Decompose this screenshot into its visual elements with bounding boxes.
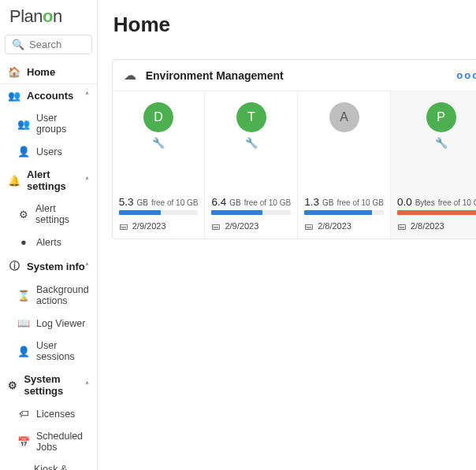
env-avatar: T xyxy=(236,102,266,132)
usage-unit: Bytes xyxy=(415,198,435,207)
nav-item[interactable]: 👥User groups xyxy=(0,107,97,140)
nav-home[interactable]: 🏠 Home xyxy=(0,61,97,84)
env-avatar: A xyxy=(329,102,359,132)
section-icon: 🔔 xyxy=(8,175,20,187)
env-date: 2/9/2023 xyxy=(225,221,258,231)
env-panel-title: Environment Management xyxy=(146,69,284,82)
nav-section-header[interactable]: ⓘSystem info˄ xyxy=(0,254,97,279)
nav-section-header[interactable]: 🔔Alert settings˄ xyxy=(0,163,97,198)
nav-item-icon: 👤 xyxy=(17,346,30,357)
chevron-up-icon: ˄ xyxy=(85,176,89,185)
usage-value: 6.4 xyxy=(211,196,226,208)
section-icon: ⓘ xyxy=(8,259,20,273)
nav-item[interactable]: ⌛Background actions xyxy=(0,279,97,312)
date-row: 🖴2/8/2023 xyxy=(397,221,476,231)
section-icon: 👥 xyxy=(8,90,20,102)
brand-logo: Planon xyxy=(0,0,97,31)
nav-item[interactable]: ●Alerts xyxy=(0,231,97,254)
nav-item-label: Scheduled Jobs xyxy=(36,431,89,453)
nav-item[interactable]: ⚙Alert settings xyxy=(0,198,97,231)
home-icon: 🏠 xyxy=(8,66,20,78)
disk-icon: 🖴 xyxy=(211,221,220,231)
env-card[interactable]: P🔧0.0Bytesfree of 10 GB🖴2/8/2023 xyxy=(391,91,476,239)
nav-home-label: Home xyxy=(27,66,55,78)
nav-item-label: Alert settings xyxy=(35,203,89,225)
disk-icon: 🖴 xyxy=(397,221,406,231)
date-row: 🖴2/8/2023 xyxy=(304,221,384,231)
env-panel-header: ☁ Environment Management ooo xyxy=(113,60,476,91)
search-input[interactable] xyxy=(29,39,85,50)
usage-unit: GB xyxy=(137,198,148,207)
env-date: 2/8/2023 xyxy=(318,221,351,231)
nav-item[interactable]: 👤User sessions xyxy=(0,335,97,368)
brand-pre: Plan xyxy=(9,6,43,26)
nav: 🏠 Home 👥Accounts˄👥User groups👤Users🔔Aler… xyxy=(0,61,97,470)
nav-item-label: User groups xyxy=(36,113,89,135)
usage-total: free of 10 GB xyxy=(151,198,198,207)
section-label: System settings xyxy=(24,373,84,397)
section-label: System info xyxy=(27,261,85,272)
disk-icon: 🖴 xyxy=(119,221,128,231)
nav-item-label: Users xyxy=(36,146,62,157)
usage-row: 5.3GBfree of 10 GB xyxy=(119,196,199,208)
brand-post: n xyxy=(53,6,62,26)
page-title: Home xyxy=(113,13,476,37)
env-card[interactable]: T🔧6.4GBfree of 10 GB🖴2/9/2023 xyxy=(205,91,298,239)
chevron-up-icon: ˄ xyxy=(85,262,89,271)
section-label: Alert settings xyxy=(27,168,85,192)
wrench-icon[interactable]: 🔧 xyxy=(119,137,199,149)
usage-row: 0.0Bytesfree of 10 GB xyxy=(397,196,476,208)
sidebar: Planon 🔍 🏠 Home 👥Accounts˄👥User groups👤U… xyxy=(0,0,98,470)
nav-section-header[interactable]: ⚙System settings˄ xyxy=(0,368,97,402)
nav-item-icon: 👤 xyxy=(17,146,30,157)
wrench-icon xyxy=(304,137,384,149)
nav-item[interactable]: 📅Scheduled Jobs xyxy=(0,425,97,458)
usage-total: free of 10 GB xyxy=(244,198,291,207)
nav-item-label: Log Viewer xyxy=(36,318,85,329)
env-date: 2/9/2023 xyxy=(132,221,166,231)
date-row: 🖴2/9/2023 xyxy=(119,221,199,231)
usage-unit: GB xyxy=(322,198,333,207)
usage-bar-fill xyxy=(119,210,161,215)
env-avatar: P xyxy=(426,102,456,132)
usage-unit: GB xyxy=(229,198,240,207)
nav-item-label: Alerts xyxy=(36,237,61,248)
wrench-icon[interactable]: 🔧 xyxy=(211,137,291,149)
usage-row: 6.4GBfree of 10 GB xyxy=(211,196,291,208)
nav-item-label: User sessions xyxy=(36,340,89,362)
nav-item[interactable]: 👤Users xyxy=(0,140,97,163)
chevron-up-icon: ˄ xyxy=(85,91,89,100)
nav-item[interactable]: 🏷Licenses xyxy=(0,402,97,425)
panel-more-button[interactable]: ooo xyxy=(456,69,476,81)
nav-item-icon: 📖 xyxy=(17,317,30,329)
usage-value: 0.0 xyxy=(397,196,412,208)
usage-total: free of 10 GB xyxy=(337,198,383,207)
usage-bar xyxy=(304,210,384,215)
env-cards: D🔧5.3GBfree of 10 GB🖴2/9/2023T🔧6.4GBfree… xyxy=(113,91,476,239)
env-panel: ☁ Environment Management ooo D🔧5.3GBfree… xyxy=(112,59,476,239)
env-avatar: D xyxy=(143,102,173,132)
disk-icon: 🖴 xyxy=(304,221,313,231)
cloud-icon: ☁ xyxy=(124,68,136,83)
nav-item[interactable]: 🖥Kiosk & panel license xyxy=(0,458,97,470)
nav-section-header[interactable]: 👥Accounts˄ xyxy=(0,84,97,107)
nav-item[interactable]: 📖Log Viewer xyxy=(0,312,97,335)
nav-item-icon: ⌛ xyxy=(17,290,30,302)
section-icon: ⚙ xyxy=(8,379,17,391)
nav-item-icon: 🏷 xyxy=(17,408,30,420)
chevron-up-icon: ˄ xyxy=(85,381,89,390)
search-box[interactable]: 🔍 xyxy=(5,35,92,54)
usage-bar xyxy=(119,210,199,215)
usage-value: 1.3 xyxy=(304,196,319,208)
nav-item-icon: ⚙ xyxy=(17,209,29,220)
usage-bar-fill xyxy=(211,210,262,215)
env-card[interactable]: D🔧5.3GBfree of 10 GB🖴2/9/2023 xyxy=(113,91,206,239)
main: Home ☁ Environment Management ooo D🔧5.3G… xyxy=(98,0,476,470)
env-date: 2/8/2023 xyxy=(411,221,444,231)
usage-bar xyxy=(211,210,291,215)
env-card[interactable]: A 1.3GBfree of 10 GB🖴2/8/2023 xyxy=(298,91,391,239)
section-label: Accounts xyxy=(27,90,73,102)
nav-item-label: Background actions xyxy=(36,284,89,306)
date-row: 🖴2/9/2023 xyxy=(211,221,291,231)
wrench-icon[interactable]: 🔧 xyxy=(397,137,476,149)
